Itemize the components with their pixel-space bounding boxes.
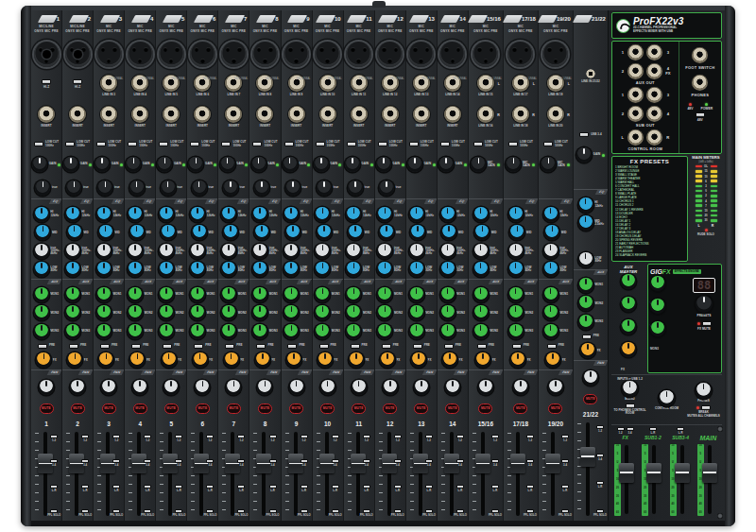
- low-cut-switch[interactable]: [409, 142, 419, 146]
- fx-send-knob[interactable]: [162, 352, 177, 368]
- eq-low-knob[interactable]: [128, 262, 143, 277]
- eq-low-knob[interactable]: [543, 262, 558, 277]
- master-fader-handle[interactable]: [702, 463, 717, 483]
- comp-knob[interactable]: [97, 180, 112, 196]
- mon1-send-knob[interactable]: [190, 287, 205, 302]
- eq-hi-knob[interactable]: [440, 207, 455, 222]
- gain-knob[interactable]: [94, 157, 110, 172]
- eq-low-knob[interactable]: [284, 262, 299, 277]
- eq-low-knob[interactable]: [409, 262, 424, 277]
- low-cut-switch[interactable]: [96, 142, 106, 146]
- mon3-send-knob[interactable]: [409, 324, 424, 339]
- gain-knob[interactable]: [541, 157, 556, 172]
- fx-send-knob[interactable]: [475, 352, 490, 368]
- mon2-send-knob[interactable]: [128, 305, 143, 320]
- pre-post-switch[interactable]: [38, 344, 47, 349]
- mon1-send-knob[interactable]: [473, 287, 489, 302]
- phantom-power-switch[interactable]: [696, 112, 705, 117]
- pre-post-switch[interactable]: [351, 344, 360, 349]
- pre-post-switch[interactable]: [287, 344, 297, 349]
- eq-mid-knob[interactable]: [578, 215, 593, 231]
- low-cut-switch[interactable]: [316, 142, 325, 146]
- eq-freq-knob[interactable]: [34, 244, 49, 259]
- pan-knob[interactable]: [320, 380, 335, 395]
- fx-send-knob[interactable]: [67, 352, 82, 368]
- eq-low-knob[interactable]: [473, 262, 489, 277]
- eq-hi-knob[interactable]: [128, 207, 143, 222]
- eq-freq-knob[interactable]: [440, 244, 455, 259]
- eq-mid-knob[interactable]: [192, 225, 207, 240]
- gain-knob[interactable]: [407, 157, 422, 172]
- mon1-send-knob[interactable]: [578, 278, 593, 293]
- mon2-send-knob[interactable]: [159, 305, 174, 320]
- pre-post-switch[interactable]: [413, 344, 422, 349]
- eq-hi-knob[interactable]: [543, 207, 558, 222]
- mon3-send-knob[interactable]: [578, 315, 593, 330]
- eq-low-knob[interactable]: [578, 252, 593, 267]
- eq-low-knob[interactable]: [65, 262, 80, 277]
- mute-button[interactable]: MUTE: [478, 403, 492, 414]
- low-cut-switch[interactable]: [159, 142, 168, 146]
- aux-master-mon2-knob[interactable]: [621, 297, 636, 312]
- gain-knob[interactable]: [283, 157, 298, 172]
- pan-knob[interactable]: [257, 380, 272, 395]
- eq-mid-knob[interactable]: [379, 225, 394, 240]
- mon2-send-knob[interactable]: [578, 296, 593, 311]
- fx-send-knob[interactable]: [224, 352, 239, 368]
- mon2-send-knob[interactable]: [473, 305, 489, 320]
- eq-hi-knob[interactable]: [252, 207, 267, 222]
- mute-button[interactable]: MUTE: [227, 403, 241, 414]
- gigfx-mon1-knob[interactable]: [650, 276, 665, 291]
- fx-send-knob[interactable]: [36, 352, 51, 368]
- mon1-send-knob[interactable]: [346, 287, 361, 302]
- control-room-knob[interactable]: [659, 390, 675, 406]
- gain-knob[interactable]: [32, 157, 47, 172]
- eq-low-knob[interactable]: [377, 262, 392, 277]
- mon1-send-knob[interactable]: [96, 287, 112, 302]
- pan-knob[interactable]: [101, 380, 116, 395]
- pan-knob[interactable]: [226, 380, 241, 395]
- mon1-send-knob[interactable]: [65, 287, 80, 302]
- master-assign-l-r-button[interactable]: [649, 427, 657, 431]
- eq-mid-knob[interactable]: [317, 225, 332, 240]
- eq-hi-knob[interactable]: [315, 207, 330, 222]
- mon1-send-knob[interactable]: [284, 287, 299, 302]
- pre-post-switch[interactable]: [319, 344, 329, 349]
- eq-low-knob[interactable]: [190, 262, 205, 277]
- mon3-send-knob[interactable]: [159, 324, 174, 339]
- gain-knob[interactable]: [438, 157, 454, 172]
- pan-knob[interactable]: [289, 380, 304, 395]
- mon2-send-knob[interactable]: [508, 305, 524, 320]
- pre-post-switch[interactable]: [131, 344, 141, 349]
- eq-mid-knob[interactable]: [285, 225, 301, 240]
- comp-knob[interactable]: [35, 180, 50, 196]
- comp-knob[interactable]: [379, 180, 394, 196]
- gain-knob[interactable]: [345, 157, 360, 172]
- low-cut-switch[interactable]: [473, 142, 483, 146]
- eq-low-knob[interactable]: [315, 262, 330, 277]
- eq-hi-knob[interactable]: [409, 207, 424, 222]
- comp-knob[interactable]: [285, 180, 301, 196]
- mon1-send-knob[interactable]: [221, 287, 236, 302]
- eq-mid-knob[interactable]: [441, 225, 456, 240]
- master-assign-1-2-button[interactable]: [617, 427, 625, 431]
- mon1-send-knob[interactable]: [508, 287, 524, 302]
- pre-post-switch[interactable]: [382, 344, 391, 349]
- mon1-send-knob[interactable]: [315, 287, 330, 302]
- eq-freq-knob[interactable]: [346, 244, 361, 259]
- pan-knob[interactable]: [70, 380, 85, 395]
- mon2-send-knob[interactable]: [377, 305, 392, 320]
- comp-knob[interactable]: [192, 180, 207, 196]
- eq-mid-knob[interactable]: [474, 225, 490, 240]
- low-cut-switch[interactable]: [284, 142, 294, 146]
- low-cut-switch[interactable]: [543, 142, 553, 146]
- low-cut-switch[interactable]: [508, 142, 518, 146]
- eq-hi-knob[interactable]: [346, 207, 361, 222]
- gain-knob[interactable]: [126, 157, 141, 172]
- mon3-send-knob[interactable]: [65, 324, 80, 339]
- gain-knob[interactable]: [251, 157, 266, 172]
- mon1-send-knob[interactable]: [377, 287, 392, 302]
- mute-button[interactable]: MUTE: [583, 394, 597, 404]
- mon1-send-knob[interactable]: [34, 287, 49, 302]
- eq-freq-knob[interactable]: [96, 244, 112, 259]
